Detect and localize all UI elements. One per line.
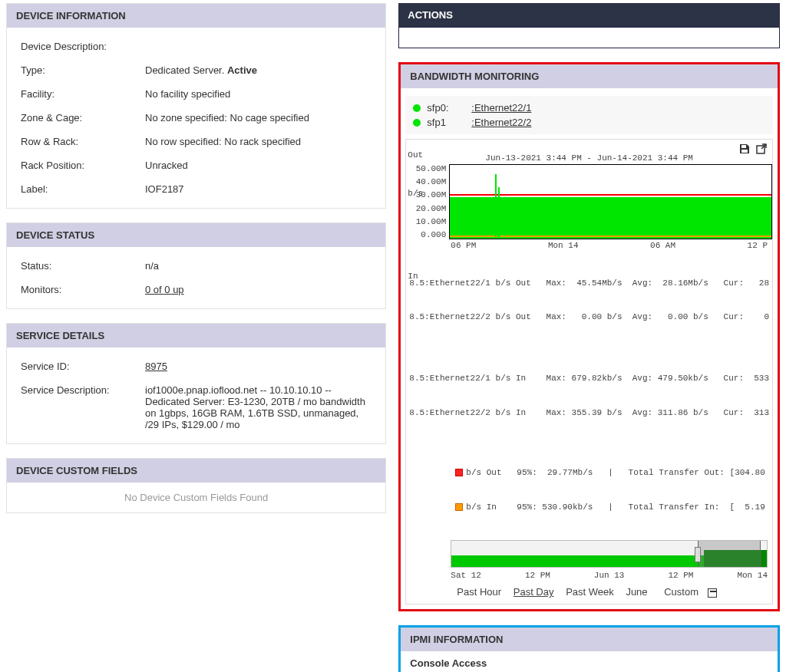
row-rack-value: No row specified: No rack specified — [142, 130, 375, 153]
status-dot-icon — [413, 119, 421, 127]
bandwidth-chart: Out Jun-13-2021 3:44 PM - Jun-14-2021 3:… — [405, 139, 773, 604]
zone-cage-value: No zone specified: No cage specified — [142, 107, 375, 129]
range-past-hour[interactable]: Past Hour — [457, 586, 501, 598]
interface-row: sfp0: :Ethernet22/1 — [413, 100, 765, 115]
type-value: Dedicated Server. — [145, 64, 224, 76]
mini-xtick: Mon 14 — [737, 571, 768, 580]
svg-rect-0 — [741, 145, 746, 148]
mini-xtick: Sat 12 — [451, 571, 481, 580]
device-information-panel: DEVICE INFORMATION Device Description: T… — [6, 3, 386, 209]
xtick: 12 P — [748, 241, 768, 250]
type-label: Type: — [18, 59, 140, 81]
ytick: 40.00M — [406, 177, 446, 186]
panel-header: SERVICE DETAILS — [7, 324, 385, 348]
panel-header: BANDWIDTH MONITORING — [401, 64, 778, 88]
row-rack-label: Row & Rack: — [18, 130, 140, 153]
service-details-panel: SERVICE DETAILS Service ID:8975 Service … — [6, 323, 386, 444]
zone-cage-label: Zone & Cage: — [18, 107, 140, 129]
svg-rect-1 — [741, 150, 748, 153]
console-access-label: Console Access — [410, 657, 487, 669]
axis-out-label: Out — [408, 150, 423, 160]
interface-port-link[interactable]: :Ethernet22/2 — [471, 117, 531, 128]
range-month[interactable]: June — [626, 586, 647, 598]
ytick: 20.00M — [406, 204, 446, 213]
service-id-link[interactable]: 8975 — [145, 361, 167, 372]
monitors-label: Monitors: — [18, 278, 140, 301]
device-status-panel: DEVICE STATUS Status:n/a Monitors:0 of 0… — [6, 222, 386, 309]
chart-plot-area[interactable] — [449, 164, 772, 239]
status-value: n/a — [142, 255, 375, 277]
axis-in-label: In — [408, 272, 418, 281]
panel-header: IPMI INFORMATION — [401, 628, 778, 651]
interface-row: sfp1 :Ethernet22/2 — [413, 115, 765, 130]
save-icon[interactable] — [738, 143, 751, 155]
label-value: IOF2187 — [142, 178, 375, 200]
mini-xtick: Jun 13 — [594, 571, 625, 580]
panel-header: DEVICE CUSTOM FIELDS — [7, 459, 385, 483]
xtick: 06 AM — [650, 241, 675, 250]
mini-xtick: 12 PM — [668, 571, 693, 580]
rack-position-value: Unracked — [142, 154, 375, 176]
actions-panel: ACTIONS — [398, 3, 780, 48]
mini-xtick: 12 PM — [525, 571, 550, 580]
panel-header: ACTIONS — [398, 3, 780, 27]
service-id-label: Service ID: — [18, 355, 140, 377]
ytick: 50.00M — [406, 164, 446, 173]
ytick: 10.00M — [406, 217, 446, 226]
bandwidth-monitoring-panel: BANDWIDTH MONITORING sfp0: :Ethernet22/1… — [398, 62, 780, 611]
range-past-day[interactable]: Past Day — [514, 586, 554, 598]
status-dot-icon — [413, 104, 421, 112]
range-past-week[interactable]: Past Week — [566, 586, 614, 598]
chart-range-links: Past Hour Past Day Past Week June Custom — [406, 581, 772, 604]
chart-stats: 8.5:Ethernet22/1 b/s Out Max: 45.54Mb/s … — [406, 253, 772, 539]
interface-name: sfp1 — [427, 117, 465, 128]
popout-icon[interactable] — [755, 143, 768, 155]
panel-header: DEVICE INFORMATION — [7, 4, 385, 28]
panel-header: DEVICE STATUS — [7, 223, 385, 247]
status-label: Status: — [18, 255, 140, 277]
xtick: 06 PM — [451, 241, 476, 250]
chart-range-selector[interactable] — [451, 540, 768, 568]
range-custom[interactable]: Custom — [659, 586, 722, 598]
facility-label: Facility: — [18, 83, 140, 105]
interface-port-link[interactable]: :Ethernet22/1 — [471, 102, 531, 114]
service-description-value: iof1000e.pnap.ioflood.net -- 10.10.10.10… — [142, 379, 375, 436]
rack-position-label: Rack Position: — [18, 154, 140, 176]
xtick: Mon 14 — [548, 241, 579, 250]
type-status: Active — [227, 64, 257, 76]
ipmi-information-panel: IPMI INFORMATION Console Access Reset BM… — [398, 625, 780, 672]
service-description-label: Service Description: — [18, 379, 140, 436]
monitors-link[interactable]: 0 of 0 up — [145, 284, 184, 295]
actions-body — [398, 27, 780, 48]
device-description-label: Device Description: — [18, 35, 140, 58]
interface-list: sfp0: :Ethernet22/1 sfp1 :Ethernet22/2 — [405, 96, 773, 134]
custom-fields-empty: No Device Custom Fields Found — [7, 483, 385, 512]
facility-value: No facility specified — [142, 83, 375, 105]
axis-bs-label: b/s — [408, 189, 423, 198]
chart-title: Jun-13-2021 3:44 PM - Jun-14-2021 3:44 P… — [406, 150, 772, 164]
interface-name: sfp0: — [427, 102, 465, 114]
label-label: Label: — [18, 178, 140, 200]
device-custom-fields-panel: DEVICE CUSTOM FIELDS No Device Custom Fi… — [6, 458, 386, 513]
calendar-icon — [708, 588, 717, 598]
ytick: 0.000 — [406, 230, 446, 239]
